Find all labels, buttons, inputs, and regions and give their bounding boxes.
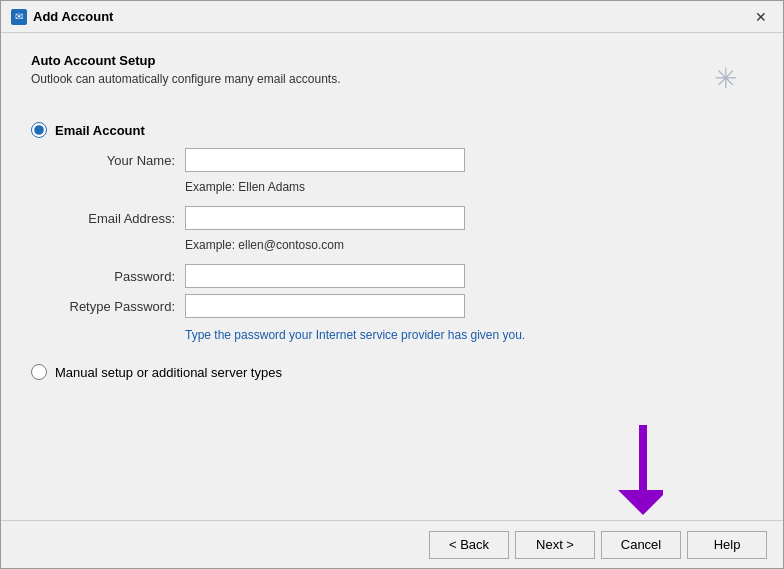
name-input[interactable]	[185, 148, 465, 172]
email-row: Email Address:	[55, 206, 753, 230]
dialog-footer: < Back Next > Cancel Help	[1, 520, 783, 568]
next-button[interactable]: Next >	[515, 531, 595, 559]
password-input[interactable]	[185, 264, 465, 288]
name-hint: Example: Ellen Adams	[185, 180, 753, 194]
purple-arrow-icon	[603, 420, 663, 520]
email-account-radio[interactable]	[31, 122, 47, 138]
email-account-radio-group: Email Account	[31, 122, 753, 138]
password-row: Password:	[55, 264, 753, 288]
arrow-area	[31, 380, 753, 510]
section-subtitle: Outlook can automatically configure many…	[31, 72, 753, 86]
cancel-button[interactable]: Cancel	[601, 531, 681, 559]
manual-setup-radio-group: Manual setup or additional server types	[31, 364, 753, 380]
email-account-fields: Your Name: Example: Ellen Adams Email Ad…	[55, 148, 753, 348]
retype-label: Retype Password:	[55, 299, 175, 314]
title-bar-left: ✉ Add Account	[11, 9, 113, 25]
add-account-dialog: ✉ Add Account ✕ Auto Account Setup Outlo…	[0, 0, 784, 569]
snowflake-icon: ✳	[714, 65, 737, 93]
manual-setup-radio[interactable]	[31, 364, 47, 380]
section-title: Auto Account Setup	[31, 53, 753, 68]
password-hint: Type the password your Internet service …	[185, 328, 753, 342]
close-button[interactable]: ✕	[749, 5, 773, 29]
name-label: Your Name:	[55, 153, 175, 168]
help-button[interactable]: Help	[687, 531, 767, 559]
title-bar: ✉ Add Account ✕	[1, 1, 783, 33]
header-area: Auto Account Setup Outlook can automatic…	[31, 53, 753, 106]
name-row: Your Name:	[55, 148, 753, 172]
email-input[interactable]	[185, 206, 465, 230]
dialog-content: Auto Account Setup Outlook can automatic…	[1, 33, 783, 520]
email-label: Email Address:	[55, 211, 175, 226]
email-hint: Example: ellen@contoso.com	[185, 238, 753, 252]
back-button[interactable]: < Back	[429, 531, 509, 559]
manual-setup-label[interactable]: Manual setup or additional server types	[55, 365, 282, 380]
dialog-title: Add Account	[33, 9, 113, 24]
svg-marker-1	[618, 490, 663, 515]
retype-password-row: Retype Password:	[55, 294, 753, 318]
dialog-icon: ✉	[11, 9, 27, 25]
password-label: Password:	[55, 269, 175, 284]
retype-password-input[interactable]	[185, 294, 465, 318]
email-account-label[interactable]: Email Account	[55, 123, 145, 138]
